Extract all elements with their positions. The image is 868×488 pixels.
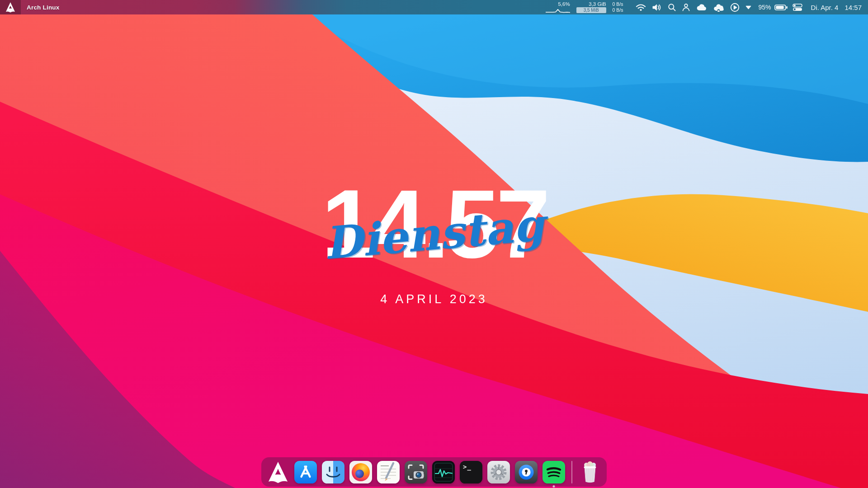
battery-icon	[774, 4, 788, 11]
media-play-tray-button[interactable]	[730, 3, 740, 12]
ram-used-label: 3,3 GiB	[589, 1, 606, 7]
menu-bar: Arch Linux 5,6% 3,3 GiB 3,5 MiB 0 B/s 0 …	[0, 0, 868, 14]
dock-item-screenshot[interactable]	[405, 461, 427, 483]
onepassword-icon	[515, 461, 538, 483]
menu-time[interactable]: 14:57	[844, 4, 862, 11]
dock-item-1password[interactable]	[515, 461, 538, 483]
chevron-down-icon	[745, 5, 751, 9]
memory-monitor[interactable]: 3,3 GiB 3,5 MiB	[576, 1, 606, 13]
dock: >_	[261, 457, 607, 487]
active-app-title[interactable]: Arch Linux	[27, 4, 60, 11]
dock-item-activity-monitor[interactable]	[432, 461, 455, 483]
user-tray-button[interactable]	[682, 3, 690, 11]
media-play-icon	[730, 3, 740, 12]
terminal-icon: >_	[460, 461, 482, 483]
dock-item-app-store[interactable]	[294, 461, 317, 483]
screenshot-icon	[405, 461, 427, 483]
toggles-tray-button[interactable]	[793, 4, 803, 11]
cpu-percent-label: 5,6%	[558, 1, 570, 7]
toggles-icon	[793, 4, 803, 11]
dock-item-finder[interactable]	[322, 461, 344, 483]
net-up-label: 0 B/s	[613, 2, 623, 7]
volume-icon	[652, 4, 662, 11]
volume-tray-button[interactable]	[652, 4, 662, 11]
wifi-icon	[636, 4, 646, 11]
wallpaper	[0, 0, 868, 488]
battery-percentage: 95%	[759, 4, 771, 11]
cpu-monitor[interactable]: 5,6%	[546, 1, 570, 13]
system-settings-icon	[487, 461, 510, 483]
cloud-sync-tray-button[interactable]	[713, 3, 724, 12]
swap-used-label: 3,5 MiB	[584, 8, 599, 13]
network-monitor[interactable]: 0 B/s 0 B/s	[613, 2, 623, 13]
firefox-icon	[349, 461, 372, 483]
chevron-tray-button[interactable]	[745, 5, 751, 9]
dock-item-arch[interactable]	[267, 461, 289, 483]
activity-monitor-icon	[432, 461, 455, 483]
dock-divider	[571, 461, 572, 483]
app-store-icon	[294, 461, 317, 483]
battery-tray-button[interactable]	[774, 4, 788, 11]
cloud-sync-icon	[713, 3, 724, 12]
spotify-icon	[542, 461, 565, 483]
trash-icon	[580, 461, 600, 483]
search-tray-button[interactable]	[668, 3, 676, 11]
cloud-tray-button[interactable]	[696, 4, 707, 11]
dock-item-trash[interactable]	[579, 461, 601, 483]
menu-date[interactable]: Di. Apr. 4	[811, 4, 839, 11]
dock-item-terminal[interactable]: >_	[460, 461, 482, 483]
wifi-tray-button[interactable]	[636, 4, 646, 11]
dock-item-text-editor[interactable]	[377, 461, 400, 483]
user-icon	[682, 3, 690, 11]
dock-item-firefox[interactable]	[349, 461, 372, 483]
search-icon	[668, 3, 676, 11]
net-down-label: 0 B/s	[613, 8, 623, 13]
dock-item-spotify[interactable]	[542, 461, 565, 483]
arch-dock-icon	[268, 461, 288, 483]
arch-logo-icon	[5, 2, 16, 13]
swap-bar: 3,5 MiB	[576, 7, 606, 13]
cpu-graph	[546, 7, 570, 13]
dock-item-system-settings[interactable]	[487, 461, 510, 483]
text-editor-icon	[377, 461, 400, 483]
cloud-icon	[696, 4, 707, 11]
finder-icon	[322, 461, 344, 483]
arch-menu-button[interactable]	[0, 0, 21, 14]
